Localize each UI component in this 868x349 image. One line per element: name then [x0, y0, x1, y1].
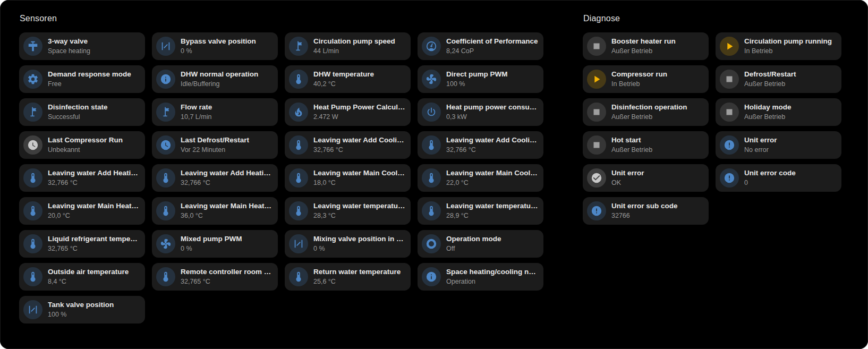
- tile-card[interactable]: Compressor runIn Betrieb: [583, 65, 709, 93]
- tile-card[interactable]: Leaving water Main Cooling…18,0 °C: [285, 164, 411, 192]
- tile-card[interactable]: Outside air temperature8,4 °C: [19, 263, 145, 291]
- tile-state: Off: [446, 245, 538, 253]
- tile-card[interactable]: Heat pump power consump…0,3 kW: [418, 98, 543, 126]
- tile-card[interactable]: Unit error code0: [716, 164, 841, 192]
- play-icon: [591, 73, 602, 85]
- tile-icon-button[interactable]: [23, 300, 42, 319]
- tile-text: Remote controller room te…32,765 °C: [181, 268, 273, 286]
- tile-card[interactable]: Circulation pump runningIn Betrieb: [716, 32, 841, 60]
- tile-card[interactable]: Leaving water Add Heating …32,766 °C: [19, 164, 145, 192]
- tile-icon-button[interactable]: [289, 267, 308, 286]
- tile-icon-button[interactable]: [156, 267, 175, 286]
- tile-card[interactable]: Circulation pump speed44 L/min: [285, 32, 411, 60]
- tile-card[interactable]: Leaving water Add Cooling …32,766 °C: [418, 131, 543, 159]
- tile-card[interactable]: Leaving water Main Heatin…36,0 °C: [152, 197, 278, 225]
- tile-card[interactable]: Leaving water temperature …28,3 °C: [285, 197, 411, 225]
- tile-icon-button[interactable]: [23, 135, 42, 155]
- tile-icon-button[interactable]: [422, 201, 441, 220]
- tile-card[interactable]: Defrost/RestartAußer Betrieb: [716, 65, 841, 93]
- tile-text: Mixed pump PWM0 %: [181, 235, 273, 253]
- tile-icon-button[interactable]: [156, 135, 175, 155]
- tile-icon-button[interactable]: [422, 234, 441, 253]
- tile-icon-button[interactable]: [587, 37, 606, 56]
- tile-card[interactable]: Leaving water Add Cooling …32,766 °C: [285, 131, 411, 159]
- tile-icon-button[interactable]: [422, 267, 441, 286]
- tile-card[interactable]: Unit errorNo error: [716, 131, 841, 159]
- tile-icon-button[interactable]: [156, 103, 175, 122]
- tile-card[interactable]: Mixing valve position in mix…0 %: [285, 230, 411, 258]
- tile-icon-button[interactable]: [289, 234, 308, 253]
- tile-icon-button[interactable]: [587, 168, 606, 188]
- tile-card[interactable]: Mixed pump PWM0 %: [152, 230, 278, 258]
- tile-icon-button[interactable]: [156, 70, 175, 89]
- tile-card[interactable]: Last Compressor RunUnbekannt: [19, 131, 145, 159]
- tile-icon-button[interactable]: [23, 234, 42, 253]
- tile-icon-button[interactable]: [587, 135, 606, 155]
- tile-icon-button[interactable]: [156, 37, 175, 56]
- tile-title: Return water temperature: [313, 268, 405, 277]
- tile-icon-button[interactable]: [23, 267, 42, 286]
- tile-icon-button[interactable]: [422, 168, 441, 188]
- tile-card[interactable]: Booster heater runAußer Betrieb: [583, 32, 709, 60]
- tile-card[interactable]: Heat Pump Power Calculated2.472 W: [285, 98, 411, 126]
- tile-card[interactable]: DHW normal operationIdle/Buffering: [152, 65, 278, 93]
- tile-card[interactable]: Coefficient of Performance8,24 CoP: [418, 32, 543, 60]
- tile-card[interactable]: DHW temperature40,2 °C: [285, 65, 411, 93]
- tile-card[interactable]: Disinfection operationAußer Betrieb: [583, 98, 709, 126]
- tile-icon-button[interactable]: [422, 135, 441, 155]
- tile-icon-button[interactable]: [23, 201, 42, 220]
- tile-card[interactable]: Disinfection stateSuccessful: [19, 98, 145, 126]
- tile-icon-button[interactable]: [720, 37, 739, 56]
- tile-icon-button[interactable]: [23, 103, 42, 122]
- tile-icon-button[interactable]: [422, 37, 441, 56]
- tile-card[interactable]: Holiday modeAußer Betrieb: [716, 98, 841, 126]
- tile-text: Bypass valve position0 %: [181, 37, 273, 56]
- tile-card[interactable]: Return water temperature25,6 °C: [285, 263, 411, 291]
- tile-icon-button[interactable]: [720, 70, 739, 89]
- tile-card[interactable]: Leaving water Add Heating …32,766 °C: [152, 164, 278, 192]
- tile-card[interactable]: Leaving water temperature …28,9 °C: [418, 197, 543, 225]
- valve-icon: [27, 40, 39, 52]
- tile-card[interactable]: Demand response modeFree: [19, 65, 145, 93]
- tile-icon-button[interactable]: [587, 103, 606, 122]
- tile-icon-button[interactable]: [156, 234, 175, 253]
- tile-icon-button[interactable]: [23, 168, 42, 188]
- tile-card[interactable]: Leaving water Main Cooling…22,0 °C: [418, 164, 543, 192]
- tile-card[interactable]: Space heating/cooling nor…Operation: [418, 263, 543, 291]
- tile-card[interactable]: Hot startAußer Betrieb: [583, 131, 709, 159]
- tile-card[interactable]: Flow rate10,7 L/min: [152, 98, 278, 126]
- tile-card[interactable]: 3-way valveSpace heating: [19, 32, 145, 60]
- tile-icon-button[interactable]: [720, 135, 739, 155]
- tile-icon-button[interactable]: [156, 201, 175, 220]
- tile-card[interactable]: Unit error sub code32766: [583, 197, 709, 225]
- tile-icon-button[interactable]: [422, 70, 441, 89]
- tile-icon-button[interactable]: [587, 70, 606, 89]
- tile-icon-button[interactable]: [289, 103, 308, 122]
- tile-icon-button[interactable]: [289, 37, 308, 56]
- tile-card[interactable]: Leaving water Main Heatin…20,0 °C: [19, 197, 145, 225]
- tile-icon-button[interactable]: [289, 135, 308, 155]
- tile-icon-button[interactable]: [23, 37, 42, 56]
- tile-card[interactable]: Operation modeOff: [418, 230, 543, 258]
- tile-icon-button[interactable]: [422, 103, 441, 122]
- tile-card[interactable]: Tank valve position100 %: [19, 296, 145, 324]
- tile-icon-button[interactable]: [156, 168, 175, 188]
- tile-state: 32,765 °C: [48, 245, 140, 253]
- tile-title: Tank valve position: [48, 301, 140, 310]
- tile-card[interactable]: Bypass valve position0 %: [152, 32, 278, 60]
- tile-icon-button[interactable]: [23, 70, 42, 89]
- tile-card[interactable]: Unit errorOK: [583, 164, 709, 192]
- tile-state: Außer Betrieb: [611, 146, 703, 155]
- tile-card[interactable]: Liquid refrigerant temperat…32,765 °C: [19, 230, 145, 258]
- tile-icon-button[interactable]: [289, 201, 308, 220]
- tile-icon-button[interactable]: [720, 168, 739, 188]
- tile-title: Remote controller room te…: [181, 268, 273, 277]
- tile-card[interactable]: Last Defrost/RestartVor 22 Minuten: [152, 131, 278, 159]
- tile-icon-button[interactable]: [289, 168, 308, 188]
- tile-card[interactable]: Remote controller room te…32,765 °C: [152, 263, 278, 291]
- tile-state: Successful: [48, 113, 140, 122]
- tile-icon-button[interactable]: [289, 70, 308, 89]
- tile-icon-button[interactable]: [587, 201, 606, 220]
- tile-card[interactable]: Direct pump PWM100 %: [418, 65, 543, 93]
- tile-icon-button[interactable]: [720, 103, 739, 122]
